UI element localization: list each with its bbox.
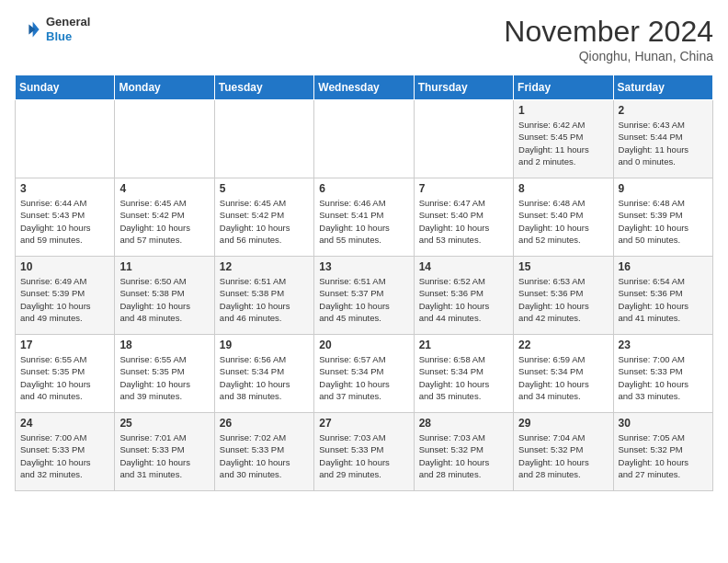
day-number: 9 xyxy=(619,182,708,195)
day-info: Sunrise: 6:53 AM Sunset: 5:36 PM Dayligh… xyxy=(518,275,608,324)
day-info: Sunrise: 7:02 AM Sunset: 5:33 PM Dayligh… xyxy=(220,431,309,480)
calendar-cell: 20Sunrise: 6:57 AM Sunset: 5:34 PM Dayli… xyxy=(314,335,414,413)
logo-icon xyxy=(15,17,40,42)
day-number: 15 xyxy=(518,260,608,273)
day-number: 30 xyxy=(619,417,708,430)
calendar-cell xyxy=(414,100,513,178)
day-number: 18 xyxy=(119,339,209,351)
day-number: 12 xyxy=(220,260,309,273)
logo-line2: Blue xyxy=(46,29,90,44)
day-number: 17 xyxy=(20,339,109,351)
calendar-cell: 9Sunrise: 6:48 AM Sunset: 5:39 PM Daylig… xyxy=(613,178,712,257)
day-info: Sunrise: 7:05 AM Sunset: 5:32 PM Dayligh… xyxy=(619,431,708,480)
calendar-cell: 6Sunrise: 6:46 AM Sunset: 5:41 PM Daylig… xyxy=(314,178,414,257)
calendar-cell: 7Sunrise: 6:47 AM Sunset: 5:40 PM Daylig… xyxy=(414,178,513,257)
calendar-cell: 1Sunrise: 6:42 AM Sunset: 5:45 PM Daylig… xyxy=(514,100,613,178)
calendar-cell: 5Sunrise: 6:45 AM Sunset: 5:42 PM Daylig… xyxy=(214,178,313,257)
day-info: Sunrise: 6:55 AM Sunset: 5:35 PM Dayligh… xyxy=(20,353,109,402)
day-info: Sunrise: 6:42 AM Sunset: 5:45 PM Dayligh… xyxy=(518,119,608,167)
day-number: 2 xyxy=(619,104,708,117)
day-number: 19 xyxy=(220,339,309,351)
day-number: 20 xyxy=(319,339,408,351)
day-info: Sunrise: 6:56 AM Sunset: 5:34 PM Dayligh… xyxy=(220,353,309,402)
day-number: 6 xyxy=(319,182,408,195)
calendar-cell: 3Sunrise: 6:44 AM Sunset: 5:43 PM Daylig… xyxy=(16,178,115,257)
calendar-cell: 11Sunrise: 6:50 AM Sunset: 5:38 PM Dayli… xyxy=(115,257,214,335)
day-info: Sunrise: 6:48 AM Sunset: 5:39 PM Dayligh… xyxy=(619,197,708,246)
calendar-cell: 28Sunrise: 7:03 AM Sunset: 5:32 PM Dayli… xyxy=(414,413,513,491)
calendar-header: SundayMondayTuesdayWednesdayThursdayFrid… xyxy=(16,75,713,100)
calendar-cell: 2Sunrise: 6:43 AM Sunset: 5:44 PM Daylig… xyxy=(613,100,712,178)
day-info: Sunrise: 7:03 AM Sunset: 5:33 PM Dayligh… xyxy=(319,431,408,480)
day-number: 7 xyxy=(419,182,508,195)
day-info: Sunrise: 6:55 AM Sunset: 5:35 PM Dayligh… xyxy=(119,353,209,402)
day-info: Sunrise: 7:00 AM Sunset: 5:33 PM Dayligh… xyxy=(619,353,708,402)
calendar-cell xyxy=(314,100,414,178)
day-number: 26 xyxy=(220,417,309,430)
day-info: Sunrise: 7:00 AM Sunset: 5:33 PM Dayligh… xyxy=(20,431,109,480)
day-number: 4 xyxy=(119,182,209,195)
calendar-cell: 21Sunrise: 6:58 AM Sunset: 5:34 PM Dayli… xyxy=(414,335,513,413)
day-info: Sunrise: 6:51 AM Sunset: 5:38 PM Dayligh… xyxy=(220,275,309,324)
calendar-cell: 12Sunrise: 6:51 AM Sunset: 5:38 PM Dayli… xyxy=(214,257,313,335)
weekday-header: Monday xyxy=(115,75,214,100)
day-number: 14 xyxy=(419,260,508,273)
calendar-cell: 4Sunrise: 6:45 AM Sunset: 5:42 PM Daylig… xyxy=(115,178,214,257)
calendar-cell: 27Sunrise: 7:03 AM Sunset: 5:33 PM Dayli… xyxy=(314,413,414,491)
day-info: Sunrise: 6:48 AM Sunset: 5:40 PM Dayligh… xyxy=(518,197,608,246)
day-info: Sunrise: 6:54 AM Sunset: 5:36 PM Dayligh… xyxy=(619,275,708,324)
logo: General Blue xyxy=(15,15,90,43)
day-info: Sunrise: 6:47 AM Sunset: 5:40 PM Dayligh… xyxy=(419,197,508,246)
calendar-cell: 14Sunrise: 6:52 AM Sunset: 5:36 PM Dayli… xyxy=(414,257,513,335)
day-info: Sunrise: 6:52 AM Sunset: 5:36 PM Dayligh… xyxy=(419,275,508,324)
calendar-cell: 10Sunrise: 6:49 AM Sunset: 5:39 PM Dayli… xyxy=(16,257,115,335)
day-number: 13 xyxy=(319,260,408,273)
day-number: 25 xyxy=(119,417,209,430)
calendar-cell: 17Sunrise: 6:55 AM Sunset: 5:35 PM Dayli… xyxy=(16,335,115,413)
day-info: Sunrise: 6:49 AM Sunset: 5:39 PM Dayligh… xyxy=(20,275,109,324)
day-number: 29 xyxy=(518,417,608,430)
title-block: November 2024 Qionghu, Hunan, China xyxy=(504,15,713,63)
day-number: 27 xyxy=(319,417,408,430)
weekday-header: Tuesday xyxy=(214,75,313,100)
day-info: Sunrise: 7:01 AM Sunset: 5:33 PM Dayligh… xyxy=(119,431,209,480)
weekday-header: Thursday xyxy=(414,75,513,100)
calendar-week-row: 10Sunrise: 6:49 AM Sunset: 5:39 PM Dayli… xyxy=(16,257,713,335)
day-number: 11 xyxy=(119,260,209,273)
day-info: Sunrise: 7:03 AM Sunset: 5:32 PM Dayligh… xyxy=(419,431,508,480)
calendar-cell: 23Sunrise: 7:00 AM Sunset: 5:33 PM Dayli… xyxy=(613,335,712,413)
calendar-week-row: 1Sunrise: 6:42 AM Sunset: 5:45 PM Daylig… xyxy=(16,100,713,178)
calendar-cell xyxy=(115,100,214,178)
calendar-cell: 18Sunrise: 6:55 AM Sunset: 5:35 PM Dayli… xyxy=(115,335,214,413)
day-number: 23 xyxy=(619,339,708,351)
calendar-week-row: 3Sunrise: 6:44 AM Sunset: 5:43 PM Daylig… xyxy=(16,178,713,257)
month-title: November 2024 xyxy=(504,15,713,49)
calendar-cell xyxy=(16,100,115,178)
calendar-table: SundayMondayTuesdayWednesdayThursdayFrid… xyxy=(15,75,713,491)
logo-text: General Blue xyxy=(46,15,90,43)
day-number: 1 xyxy=(518,104,608,117)
day-info: Sunrise: 6:44 AM Sunset: 5:43 PM Dayligh… xyxy=(20,197,109,246)
day-number: 3 xyxy=(20,182,109,195)
location: Qionghu, Hunan, China xyxy=(504,49,713,63)
calendar-cell: 25Sunrise: 7:01 AM Sunset: 5:33 PM Dayli… xyxy=(115,413,214,491)
calendar-week-row: 17Sunrise: 6:55 AM Sunset: 5:35 PM Dayli… xyxy=(16,335,713,413)
day-number: 8 xyxy=(518,182,608,195)
day-number: 5 xyxy=(220,182,309,195)
day-info: Sunrise: 6:57 AM Sunset: 5:34 PM Dayligh… xyxy=(319,353,408,402)
calendar-cell: 19Sunrise: 6:56 AM Sunset: 5:34 PM Dayli… xyxy=(214,335,313,413)
calendar-body: 1Sunrise: 6:42 AM Sunset: 5:45 PM Daylig… xyxy=(16,100,713,491)
day-info: Sunrise: 6:45 AM Sunset: 5:42 PM Dayligh… xyxy=(119,197,209,246)
calendar-cell: 8Sunrise: 6:48 AM Sunset: 5:40 PM Daylig… xyxy=(514,178,613,257)
day-info: Sunrise: 7:04 AM Sunset: 5:32 PM Dayligh… xyxy=(518,431,608,480)
day-info: Sunrise: 6:43 AM Sunset: 5:44 PM Dayligh… xyxy=(619,119,708,167)
calendar-week-row: 24Sunrise: 7:00 AM Sunset: 5:33 PM Dayli… xyxy=(16,413,713,491)
calendar-cell: 29Sunrise: 7:04 AM Sunset: 5:32 PM Dayli… xyxy=(514,413,613,491)
weekday-row: SundayMondayTuesdayWednesdayThursdayFrid… xyxy=(16,75,713,100)
weekday-header: Friday xyxy=(514,75,613,100)
day-info: Sunrise: 6:51 AM Sunset: 5:37 PM Dayligh… xyxy=(319,275,408,324)
weekday-header: Saturday xyxy=(613,75,712,100)
logo-line1: General xyxy=(46,15,90,29)
day-info: Sunrise: 6:46 AM Sunset: 5:41 PM Dayligh… xyxy=(319,197,408,246)
day-info: Sunrise: 6:58 AM Sunset: 5:34 PM Dayligh… xyxy=(419,353,508,402)
